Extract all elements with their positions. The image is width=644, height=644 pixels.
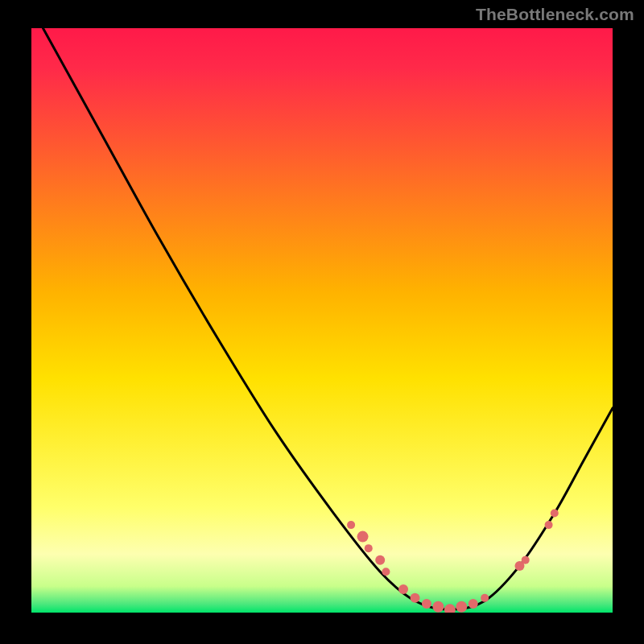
svg-point-3	[365, 544, 373, 552]
svg-point-7	[411, 593, 420, 603]
svg-point-17	[551, 510, 559, 518]
bottleneck-curve-chart	[31, 28, 613, 613]
svg-point-1	[347, 521, 355, 529]
svg-point-5	[382, 568, 390, 576]
svg-point-15	[522, 556, 530, 564]
svg-rect-0	[31, 28, 613, 613]
attribution-label: TheBottleneck.com	[476, 5, 634, 24]
svg-point-4	[375, 555, 385, 565]
svg-point-16	[545, 521, 553, 529]
svg-point-6	[398, 584, 408, 594]
svg-point-2	[357, 531, 369, 543]
svg-point-13	[481, 594, 489, 602]
svg-point-9	[432, 601, 444, 613]
svg-point-8	[422, 599, 431, 609]
svg-point-11	[456, 601, 467, 613]
svg-point-12	[469, 599, 478, 609]
